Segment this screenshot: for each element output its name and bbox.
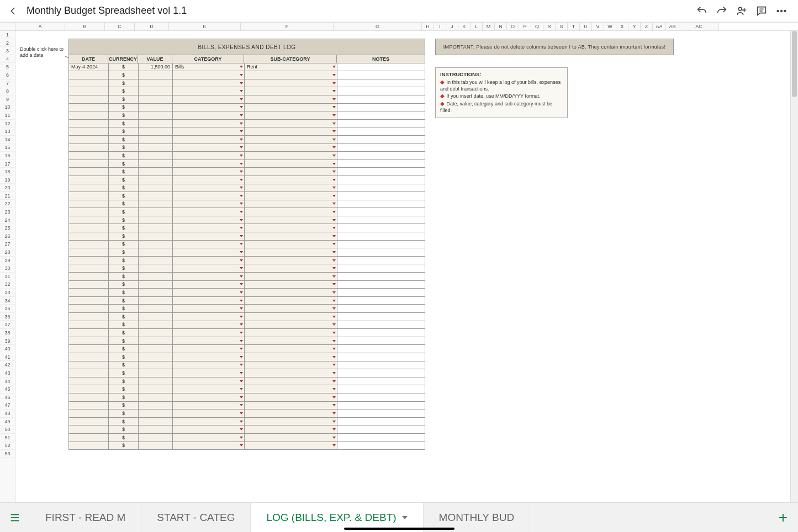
cell-category[interactable] — [172, 241, 244, 249]
cell-value[interactable] — [138, 418, 172, 426]
cell-category[interactable] — [172, 305, 244, 313]
cell-notes[interactable] — [337, 409, 425, 418]
row-header-51[interactable]: 51 — [0, 434, 15, 442]
row-header-23[interactable]: 23 — [0, 208, 15, 216]
row-header-31[interactable]: 31 — [0, 273, 15, 281]
cell-value[interactable] — [138, 361, 172, 370]
cell-category[interactable] — [172, 208, 244, 216]
cell-category[interactable] — [172, 216, 244, 225]
cell-subcategory[interactable] — [244, 111, 337, 120]
cell-category[interactable] — [172, 425, 244, 434]
cell-subcategory[interactable] — [244, 281, 337, 289]
cell-subcategory[interactable] — [244, 224, 337, 232]
column-header-I[interactable]: I — [434, 23, 446, 30]
cell-currency[interactable]: $ — [108, 200, 138, 209]
tab-menu-icon[interactable] — [402, 516, 408, 519]
cell-subcategory[interactable] — [244, 168, 337, 176]
cell-category[interactable] — [172, 79, 244, 88]
cell-value[interactable] — [138, 152, 172, 160]
cell-category[interactable] — [172, 377, 244, 386]
cell-date[interactable] — [68, 264, 108, 273]
cell-value[interactable] — [138, 184, 172, 193]
cell-date[interactable] — [68, 184, 108, 193]
cell-notes[interactable] — [337, 63, 425, 72]
row-header-7[interactable]: 7 — [0, 79, 15, 88]
cell-date[interactable] — [68, 168, 108, 176]
cell-value[interactable] — [138, 442, 172, 450]
cell-date[interactable] — [68, 248, 108, 257]
cell-value[interactable] — [138, 160, 172, 168]
row-header-19[interactable]: 19 — [0, 176, 15, 184]
cell-currency[interactable]: $ — [108, 289, 138, 297]
cell-value[interactable] — [138, 393, 172, 402]
cell-category[interactable]: Bills — [172, 63, 244, 72]
cell-date[interactable] — [68, 377, 108, 386]
cell-currency[interactable]: $ — [108, 313, 138, 321]
row-header-26[interactable]: 26 — [0, 232, 15, 241]
row-header-3[interactable]: 3 — [0, 47, 15, 55]
row-header-33[interactable]: 33 — [0, 289, 15, 297]
cell-category[interactable] — [172, 160, 244, 168]
cell-category[interactable] — [172, 168, 244, 176]
cell-subcategory[interactable] — [244, 273, 337, 281]
row-header-25[interactable]: 25 — [0, 224, 15, 232]
cell-subcategory[interactable] — [244, 393, 337, 402]
cell-value[interactable] — [138, 216, 172, 225]
cell-notes[interactable] — [337, 232, 425, 241]
more-button[interactable] — [771, 1, 791, 21]
cell-date[interactable] — [68, 257, 108, 265]
cell-subcategory[interactable] — [244, 321, 337, 329]
column-header-H[interactable]: H — [422, 23, 434, 30]
cell-notes[interactable] — [337, 345, 425, 353]
row-header-29[interactable]: 29 — [0, 257, 15, 265]
cell-notes[interactable] — [337, 144, 425, 152]
cell-notes[interactable] — [337, 241, 425, 249]
cell-category[interactable] — [172, 418, 244, 426]
cell-subcategory[interactable] — [244, 241, 337, 249]
cell-value[interactable] — [138, 87, 172, 95]
row-header-32[interactable]: 32 — [0, 280, 15, 289]
cell-subcategory[interactable] — [244, 369, 337, 377]
cell-date[interactable] — [68, 208, 108, 216]
row-header-44[interactable]: 44 — [0, 377, 15, 386]
row-header-49[interactable]: 49 — [0, 418, 15, 426]
cell-notes[interactable] — [337, 418, 425, 426]
cell-category[interactable] — [172, 120, 244, 128]
cell-category[interactable] — [172, 176, 244, 184]
cell-category[interactable] — [172, 393, 244, 402]
cell-category[interactable] — [172, 200, 244, 209]
row-header-50[interactable]: 50 — [0, 425, 15, 434]
cell-currency[interactable]: $ — [108, 160, 138, 168]
cell-subcategory[interactable] — [244, 87, 337, 95]
cell-notes[interactable] — [337, 120, 425, 128]
cell-date[interactable] — [68, 176, 108, 184]
cell-notes[interactable] — [337, 79, 425, 88]
vertical-scrollbar[interactable] — [790, 31, 798, 502]
cell-notes[interactable] — [337, 442, 425, 450]
cell-category[interactable] — [172, 95, 244, 104]
row-header-17[interactable]: 17 — [0, 160, 15, 168]
row-header-10[interactable]: 10 — [0, 103, 15, 111]
cell-value[interactable] — [138, 127, 172, 136]
cell-value[interactable] — [138, 104, 172, 112]
cell-category[interactable] — [172, 264, 244, 273]
cell-value[interactable] — [138, 241, 172, 249]
cell-notes[interactable] — [337, 385, 425, 393]
row-header-45[interactable]: 45 — [0, 385, 15, 393]
cell-subcategory[interactable] — [244, 104, 337, 112]
cell-currency[interactable]: $ — [108, 442, 138, 450]
column-header-Y[interactable]: Y — [628, 23, 641, 30]
cell-currency[interactable]: $ — [108, 232, 138, 241]
cell-date[interactable] — [68, 87, 108, 95]
column-header-Q[interactable]: Q — [531, 23, 543, 30]
cell-value[interactable] — [138, 176, 172, 184]
cell-value[interactable] — [138, 200, 172, 209]
cell-category[interactable] — [172, 152, 244, 160]
row-header-40[interactable]: 40 — [0, 345, 15, 353]
column-header-F[interactable]: F — [241, 23, 334, 30]
cell-notes[interactable] — [337, 224, 425, 232]
column-header-R[interactable]: R — [543, 23, 556, 30]
cell-subcategory[interactable] — [244, 184, 337, 193]
cell-notes[interactable] — [337, 257, 425, 265]
cell-date[interactable] — [68, 281, 108, 289]
